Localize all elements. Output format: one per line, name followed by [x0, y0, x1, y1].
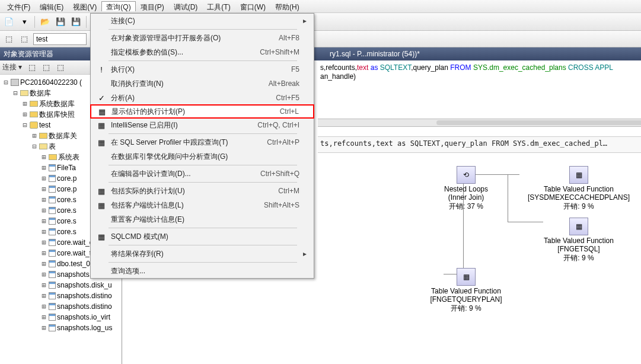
table-icon [49, 186, 56, 193]
table-node[interactable]: ⊞snapshots.distino [1, 290, 120, 301]
stop-icon[interactable]: ⬚ [54, 61, 67, 74]
menu-item[interactable]: 将结果保存到(R)▸ [91, 247, 314, 261]
menu-0[interactable]: 文件(F) [2, 1, 35, 11]
table-node[interactable]: ⊞snapshots.distino [1, 301, 120, 312]
menu-1[interactable]: 编辑(E) [35, 1, 68, 11]
menubar: 文件(F)编辑(E)视图(V)查询(Q)项目(P)调试(D)工具(T)窗口(W)… [0, 0, 641, 13]
tab-sqlquery[interactable]: ry1.sql - P...ministrator (54))* [324, 49, 426, 59]
plan-node-tvf-2[interactable]: ▦ Table Valued Function[FNGETSQL]开销: 9 % [519, 218, 638, 263]
menu-item-icon: ▦ [94, 201, 109, 210]
menu-item-label: 包括实际的执行计划(U) [109, 186, 278, 196]
nested-loops-icon: ⟲ [457, 166, 476, 184]
table-icon [49, 260, 56, 267]
menu-item[interactable]: 在数据库引擎优化顾问中分析查询(G) [91, 149, 314, 164]
menu-item-shortcut: Alt+Break [269, 79, 303, 88]
table-node[interactable]: ⊞snapshots.log_us [1, 323, 120, 333]
folder-icon [30, 111, 38, 117]
menu-item[interactable]: ▦包括实际的执行计划(U)Ctrl+M [91, 184, 314, 198]
menu-item-icon: ✓ [94, 94, 109, 103]
menu-item[interactable]: 重置客户端统计信息(E) [91, 212, 314, 226]
filter-icon[interactable]: ⬚ [40, 61, 53, 74]
table-icon [49, 164, 56, 171]
menu-item[interactable]: ▦在 SQL Server Profiler 中跟踪查询(T)Ctrl+Alt+… [91, 135, 314, 149]
scrollbar-thumb[interactable] [436, 120, 641, 125]
table-icon [49, 303, 56, 310]
save-all-icon[interactable]: 💾 [69, 15, 82, 28]
refresh-icon[interactable]: ⬚ [25, 61, 39, 74]
table-icon [49, 324, 56, 331]
plan-node-tvf-3[interactable]: ▦ Table Valued Function[FNGETQUERYPLAN]开… [407, 268, 525, 314]
menu-item-icon: ▦ [94, 187, 109, 196]
database-selector[interactable] [33, 33, 87, 45]
sql-editor[interactable]: s,refcounts,text as SQLTEXT,query_plan F… [318, 60, 641, 108]
table-icon [49, 175, 56, 182]
table-icon [49, 282, 56, 289]
menu-item-icon: ▦ [94, 232, 109, 241]
plan-node-tvf-1[interactable]: ▦ Table Valued Function[SYSDMEXECCACHEDP… [519, 166, 638, 212]
database-icon [30, 122, 38, 129]
menu-item-label: 取消执行查询(N) [109, 79, 269, 89]
menu-item[interactable]: ▦SQLCMD 模式(M) [91, 229, 314, 244]
menu-item-label: 将结果保存到(R) [109, 249, 299, 259]
menu-item-shortcut: Ctrl+Shift+Q [260, 170, 303, 178]
folder-icon [20, 90, 28, 96]
table-icon [49, 314, 56, 321]
open-icon[interactable]: 📂 [39, 15, 52, 28]
tvf-icon: ▦ [569, 218, 588, 235]
menu-item-label: SQLCMD 模式(M) [109, 232, 299, 242]
menu-item[interactable]: ▦包括客户端统计信息(L)Shift+Alt+S [91, 198, 314, 212]
menu-2[interactable]: 视图(V) [68, 1, 101, 11]
submenu-arrow-icon: ▸ [303, 17, 310, 25]
menu-item-icon: ! [94, 65, 109, 74]
menu-item-shortcut: Shift+Alt+S [264, 201, 303, 209]
menu-item-icon: ▦ [94, 138, 109, 147]
connect-button[interactable]: 连接 ▾ [2, 62, 22, 72]
menu-item-icon: ▦ [95, 107, 109, 116]
menu-item[interactable]: 取消执行查询(N)Alt+Break [91, 76, 314, 91]
menu-5[interactable]: 调试(D) [169, 1, 203, 11]
menu-item[interactable]: 连接(C)▸ [91, 14, 314, 28]
menu-item[interactable]: ✓分析(A)Ctrl+F5 [91, 91, 314, 105]
save-icon[interactable]: 💾 [54, 15, 67, 28]
menu-3[interactable]: 查询(Q) [101, 1, 135, 11]
table-node[interactable]: ⊞snapshots.disk_u [1, 280, 120, 290]
change-conn-icon[interactable]: ⬚ [18, 33, 31, 46]
menu-item-label: 在编辑器中设计查询(D)... [109, 169, 260, 179]
table-icon [49, 196, 56, 203]
menu-item[interactable]: 指定模板参数的值(S)...Ctrl+Shift+M [91, 45, 314, 59]
menu-item[interactable]: ▦显示估计的执行计划(P)Ctrl+L [90, 104, 314, 119]
menu-item-label: 显示估计的执行计划(P) [109, 107, 280, 117]
folder-icon [30, 101, 38, 107]
menu-6[interactable]: 工具(T) [202, 1, 235, 11]
table-icon [49, 239, 56, 246]
table-icon [49, 228, 56, 235]
table-icon [49, 292, 56, 299]
plan-node-nested-loops[interactable]: ⟲ Nested Loops(Inner Join)开销: 37 % [430, 166, 502, 212]
menu-item[interactable]: ▦IntelliSense 已启用(I)Ctrl+Q, Ctrl+I [91, 118, 314, 132]
tvf-icon: ▦ [457, 268, 476, 286]
execution-plan[interactable]: ⟲ Nested Loops(Inner Join)开销: 37 % ▦ Tab… [318, 155, 641, 364]
menu-item[interactable]: 在编辑器中设计查询(D)...Ctrl+Shift+Q [91, 167, 314, 181]
table-node[interactable]: ⊞snapshots.io_virt [1, 312, 120, 323]
menu-item[interactable]: 查询选项... [91, 264, 314, 278]
menu-item-label: 执行(X) [109, 65, 291, 75]
tvf-icon: ▦ [569, 166, 588, 184]
db-icon[interactable]: ⬚ [2, 33, 15, 46]
menu-item-shortcut: Ctrl+F5 [276, 94, 303, 102]
splitter[interactable] [318, 119, 641, 127]
menu-item-shortcut: Alt+F8 [279, 34, 303, 42]
new-query-icon[interactable]: ▾ [18, 15, 31, 28]
menu-item-shortcut: Ctrl+Q, Ctrl+I [257, 121, 303, 129]
menu-item-shortcut: F5 [291, 65, 303, 74]
menu-item-label: 连接(C) [109, 16, 299, 26]
menu-7[interactable]: 窗口(W) [235, 1, 270, 11]
menu-4[interactable]: 项目(P) [136, 1, 169, 11]
menu-item-shortcut: Ctrl+Shift+M [260, 48, 303, 56]
new-icon[interactable]: 📄 [2, 15, 15, 28]
menu-item-label: 重置客户端统计信息(E) [109, 215, 299, 225]
menu-item[interactable]: !执行(X)F5 [91, 62, 314, 76]
submenu-arrow-icon: ▸ [303, 250, 310, 258]
menu-8[interactable]: 帮助(H) [270, 1, 304, 11]
menu-item[interactable]: 在对象资源管理器中打开服务器(O)Alt+F8 [91, 31, 314, 45]
menu-item-label: 在对象资源管理器中打开服务器(O) [109, 33, 279, 43]
